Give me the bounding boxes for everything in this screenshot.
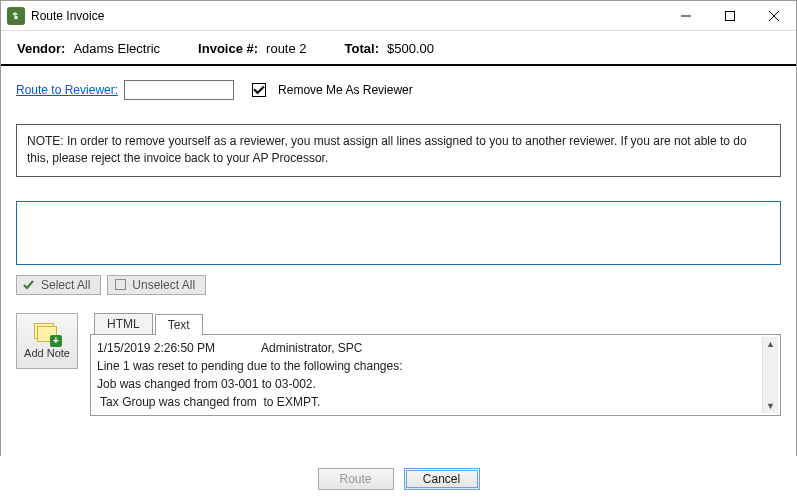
lines-list[interactable]	[16, 201, 781, 265]
svg-rect-0	[726, 11, 735, 20]
route-button[interactable]: Route	[318, 468, 394, 490]
svg-rect-1	[115, 280, 125, 290]
check-icon	[23, 279, 35, 291]
total-value: $500.00	[387, 41, 434, 56]
scrollbar[interactable]: ▲ ▼	[762, 337, 778, 413]
total-label: Total:	[345, 41, 379, 56]
cancel-button[interactable]: Cancel	[404, 468, 480, 490]
route-to-reviewer-input[interactable]	[124, 80, 234, 100]
maximize-button[interactable]	[708, 1, 752, 31]
tab-text[interactable]: Text	[155, 314, 203, 335]
route-row: Route to Reviewer: Remove Me As Reviewer	[16, 80, 781, 100]
instruction-note: NOTE: In order to remove yourself as a r…	[16, 124, 781, 177]
footer-buttons: Route Cancel	[0, 456, 797, 502]
close-button[interactable]	[752, 1, 796, 31]
unselect-all-button[interactable]: Unselect All	[107, 275, 206, 295]
header-info: Vendor: Adams Electric Invoice #: route …	[1, 31, 796, 64]
sticky-note-plus-icon: +	[34, 323, 60, 345]
select-all-label: Select All	[41, 278, 90, 292]
empty-box-icon	[114, 279, 126, 291]
add-note-label: Add Note	[24, 347, 70, 359]
select-all-button[interactable]: Select All	[16, 275, 101, 295]
note-text-content: 1/15/2019 2:26:50 PM Administrator, SPC …	[97, 339, 760, 411]
app-icon	[7, 7, 25, 25]
scroll-down-icon[interactable]: ▼	[766, 399, 775, 413]
remove-me-checkbox[interactable]	[252, 83, 266, 97]
vendor-label: Vendor:	[17, 41, 65, 56]
minimize-button[interactable]	[664, 1, 708, 31]
titlebar: Route Invoice	[1, 1, 796, 31]
route-to-reviewer-link[interactable]: Route to Reviewer:	[16, 83, 118, 97]
remove-me-label: Remove Me As Reviewer	[278, 83, 413, 97]
window-title: Route Invoice	[31, 9, 104, 23]
note-text-area[interactable]: 1/15/2019 2:26:50 PM Administrator, SPC …	[90, 334, 781, 416]
tab-html[interactable]: HTML	[94, 313, 153, 334]
invoice-num-value: route 2	[266, 41, 306, 56]
invoice-num-label: Invoice #:	[198, 41, 258, 56]
add-note-button[interactable]: + Add Note	[16, 313, 78, 369]
unselect-all-label: Unselect All	[132, 278, 195, 292]
scroll-up-icon[interactable]: ▲	[766, 337, 775, 351]
vendor-value: Adams Electric	[73, 41, 160, 56]
